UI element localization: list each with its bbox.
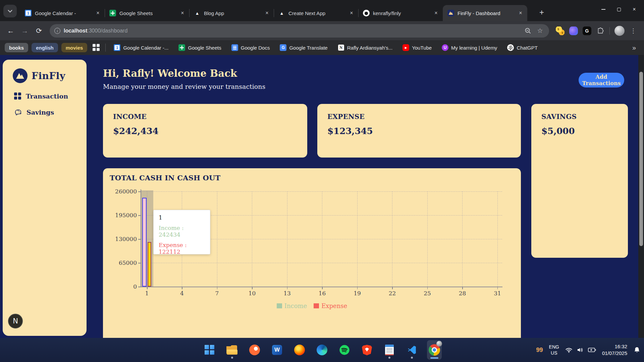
google-calendar-icon: 1	[114, 44, 120, 51]
bookmarks-overflow-icon[interactable]: »	[629, 44, 639, 52]
bookmark-label: Google Calendar -...	[123, 45, 168, 51]
browser-tab[interactable]: ▲ Blog App ×	[189, 5, 274, 21]
nextjs-dev-badge[interactable]: N	[8, 314, 23, 328]
vercel-icon: ▲	[278, 10, 285, 16]
bookmark-label: Google Sheets	[188, 45, 221, 51]
extensions-puzzle-icon[interactable]	[596, 26, 605, 35]
tray-time: 16:32	[602, 343, 627, 350]
window-controls: ×	[596, 3, 642, 15]
y-tick-label: 260000	[105, 188, 137, 195]
volume-icon	[577, 347, 584, 353]
tab-close-icon[interactable]: ×	[264, 10, 270, 16]
tab-group-chip[interactable]: movies	[61, 43, 88, 52]
taskbar-start[interactable]	[202, 340, 217, 360]
notification-bell-icon[interactable]: z	[633, 346, 641, 354]
window-maximize-button[interactable]	[611, 3, 627, 15]
taskbar-file-explorer[interactable]	[225, 340, 239, 360]
tab-groups-icon[interactable]	[93, 44, 100, 51]
sidebar-item-savings[interactable]: Savings	[3, 107, 87, 118]
gridline	[392, 191, 392, 287]
site-info-icon[interactable]: i	[54, 28, 60, 34]
browser-tab[interactable]: FinFly - Dashboard ×	[443, 5, 527, 21]
finfly-icon	[447, 10, 454, 16]
bookmarks-bar: booksenglishmovies 1 Google Calendar -..…	[0, 40, 644, 55]
browser-tab[interactable]: kenrafly/finly ×	[358, 5, 443, 21]
piggy-bank-icon	[14, 109, 22, 116]
x-tick-label: 19	[350, 290, 365, 297]
bookmark-item[interactable]: ChatGPT	[504, 42, 540, 53]
reload-button[interactable]: ⟳	[33, 25, 45, 37]
address-bar[interactable]: i localhost:3000/dashboard ☆	[50, 24, 549, 38]
chatgpt-icon	[507, 44, 514, 51]
bookmark-label: My learning | Udemy	[451, 45, 497, 51]
youtube-icon: ▶	[402, 44, 409, 51]
browser-tab[interactable]: 1 Google Calendar - ×	[20, 5, 105, 21]
sidebar-item-label: Savings	[26, 109, 54, 116]
x-tick	[147, 287, 148, 289]
scrollbar-thumb[interactable]	[639, 72, 643, 246]
taskbar-notepad[interactable]	[382, 340, 397, 360]
word-icon: W	[272, 345, 282, 355]
tab-group-chip[interactable]: english	[32, 43, 58, 52]
url-text: localhost:3000/dashboard	[64, 28, 127, 34]
bookmark-item[interactable]: N Rafly Ardiansyah's...	[335, 42, 395, 53]
brand[interactable]: FinFly	[3, 60, 87, 83]
tab-close-icon[interactable]: ×	[95, 10, 101, 16]
tab-close-icon[interactable]: ×	[517, 10, 524, 16]
income-card-label: INCOME	[113, 113, 297, 121]
tab-close-icon[interactable]: ×	[433, 10, 439, 16]
tab-group-chips: booksenglishmovies	[5, 43, 87, 52]
forward-button[interactable]: →	[19, 25, 31, 37]
page-scrollbar[interactable]	[638, 55, 644, 338]
clock[interactable]: 16:32 01/07/2025	[602, 343, 627, 357]
currency-extension-icon[interactable]: $¥	[556, 26, 565, 35]
x-tick	[322, 287, 323, 289]
bookmark-star-icon[interactable]: ☆	[536, 27, 544, 35]
taskbar-firefox[interactable]	[292, 340, 307, 360]
add-transactions-button[interactable]: Add Transactions	[579, 73, 624, 87]
bookmark-item[interactable]: 1 Google Calendar -...	[111, 42, 171, 53]
back-button[interactable]: ←	[5, 25, 17, 37]
brain-extension-icon[interactable]	[569, 26, 578, 35]
tab-title: Blog App	[204, 10, 260, 16]
tab-close-icon[interactable]: ×	[179, 10, 186, 16]
tray-badge[interactable]: 99	[536, 347, 543, 354]
taskbar-vscode[interactable]	[405, 340, 419, 360]
language-switcher[interactable]: ENG US	[549, 344, 559, 356]
taskbar-word[interactable]: W	[270, 340, 284, 360]
windows-taskbar: W 99 E	[0, 338, 644, 362]
taskbar-postman[interactable]	[247, 340, 262, 360]
taskbar-brave[interactable]	[360, 340, 374, 360]
browser-tab[interactable]: ▲ Create Next App ×	[274, 5, 358, 21]
taskbar-spotify[interactable]	[337, 340, 352, 360]
bookmark-item[interactable]: U My learning | Udemy	[439, 42, 500, 53]
browser-menu-icon[interactable]: ⋮	[629, 27, 637, 35]
taskbar-chrome[interactable]	[427, 340, 442, 360]
tab-close-icon[interactable]: ×	[348, 10, 355, 16]
new-tab-button[interactable]: +	[536, 7, 547, 18]
google-translate-icon: G	[280, 44, 286, 51]
window-minimize-button[interactable]	[596, 3, 611, 15]
bookmark-item[interactable]: Google Docs	[229, 42, 273, 53]
grammarly-extension-icon[interactable]: G	[583, 26, 591, 35]
gridline	[141, 191, 502, 192]
x-tick	[427, 287, 428, 289]
browser-tab[interactable]: Google Sheets ×	[105, 5, 189, 21]
lang-line1: ENG	[549, 344, 559, 350]
window-close-button[interactable]: ×	[627, 3, 642, 15]
system-tray: 99 ENG US 16:32 01/07/2025 z	[536, 338, 641, 362]
bookmark-item[interactable]: ▶ YouTube	[400, 42, 434, 53]
bookmark-item[interactable]: Google Sheets	[176, 42, 224, 53]
maximize-icon	[617, 8, 621, 11]
profile-avatar[interactable]	[614, 26, 625, 36]
taskbar-edge[interactable]	[315, 340, 329, 360]
zoom-indicator-icon[interactable]	[524, 27, 532, 34]
y-tick-label: 0	[105, 283, 137, 290]
bookmark-item[interactable]: G Google Translate	[277, 42, 330, 53]
tab-group-chip[interactable]: books	[5, 43, 28, 52]
sidebar-item-transaction[interactable]: Transaction	[3, 90, 87, 102]
tab-search-button[interactable]	[3, 5, 17, 17]
bookmarks-separator	[105, 44, 106, 52]
tray-status-icons[interactable]	[565, 347, 596, 353]
google-docs-icon	[231, 44, 238, 51]
